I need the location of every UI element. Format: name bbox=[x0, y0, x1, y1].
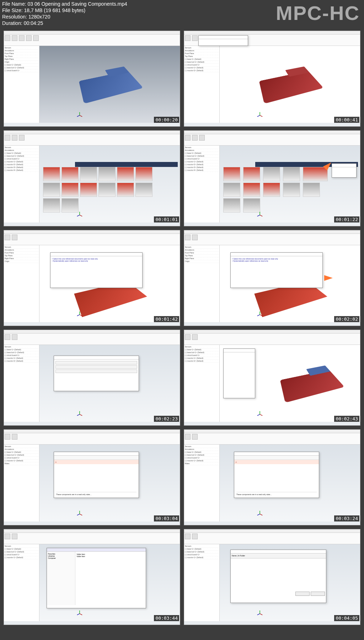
thumbnail[interactable]: Sensors(-) base<1> (Default)(-) base bot… bbox=[184, 529, 360, 625]
svg-line-8 bbox=[77, 215, 80, 216]
calculator-model bbox=[283, 367, 339, 399]
thumbnail[interactable]: SensorsAnnotationsFront PlaneTop PlaneRi… bbox=[4, 230, 180, 326]
thumbnail[interactable]: Sensors(-) base<1> (Default)(-) base bot… bbox=[4, 529, 180, 625]
ribbon-toolbar bbox=[4, 134, 180, 146]
window-titlebar bbox=[184, 230, 360, 234]
svg-line-17 bbox=[257, 315, 260, 316]
component-thumb bbox=[135, 167, 152, 181]
calculator-model bbox=[262, 68, 318, 100]
component-thumb bbox=[243, 198, 260, 213]
feature-tree: Sensors(-) base<1> (Default)(-) base bot… bbox=[184, 544, 220, 621]
component-thumb bbox=[263, 167, 280, 181]
viewport-3d bbox=[220, 146, 360, 222]
thumbnail[interactable]: SensorsAnnotations(-) base<1> (Default)(… bbox=[4, 429, 180, 525]
window-titlebar bbox=[4, 430, 180, 433]
timestamp: 00:00:20 bbox=[154, 117, 179, 123]
warning-dialog: • Option line one referenced documents o… bbox=[230, 252, 323, 288]
component-thumb bbox=[80, 167, 97, 181]
tool-icon bbox=[12, 35, 17, 41]
thumbnail[interactable]: SensorsAnnotations(-) base<1> (Default)(… bbox=[4, 130, 180, 226]
tool-icon bbox=[5, 135, 10, 141]
viewport-3d: • Option line one referenced documents o… bbox=[39, 245, 180, 322]
thumbnail[interactable]: Sensors(-) base<1> (Default)(-) base bot… bbox=[4, 330, 180, 426]
svg-line-1 bbox=[80, 115, 82, 117]
timestamp: 00:04:05 bbox=[334, 615, 359, 621]
component-thumb bbox=[283, 167, 300, 181]
thumbnail[interactable]: SensorsAnnotations(-) base<1> (Default)(… bbox=[184, 429, 360, 525]
svg-line-2 bbox=[77, 115, 80, 117]
feature-tree: SensorsAnnotations(-) base<1> (Default)(… bbox=[184, 445, 220, 521]
tool-icon bbox=[192, 135, 198, 141]
svg-line-14 bbox=[77, 315, 80, 316]
ribbon-toolbar bbox=[184, 433, 360, 445]
component-thumb bbox=[98, 183, 116, 197]
svg-line-11 bbox=[257, 215, 260, 216]
component-thumb bbox=[263, 183, 280, 197]
metadata-panel: File Name: 03 06 Opening and Saving Comp… bbox=[0, 0, 364, 27]
component-thumb bbox=[98, 167, 116, 181]
resolution-label: Resolution: bbox=[2, 14, 28, 20]
thumbnail[interactable]: SensorsAnnotationsFront PlaneTop PlaneRi… bbox=[184, 230, 360, 326]
svg-line-25 bbox=[80, 514, 82, 515]
tool-icon bbox=[5, 534, 10, 539]
component-thumb bbox=[135, 183, 152, 197]
axis-triad-icon bbox=[76, 212, 83, 218]
tool-icon bbox=[5, 35, 10, 41]
window-titlebar bbox=[4, 330, 180, 334]
viewport-3d: FavoritesLibrariesComputer folder itemfo… bbox=[39, 544, 180, 621]
component-thumb bbox=[117, 167, 134, 181]
feature-tree: SensorsAnnotationsFront PlaneTop PlaneRi… bbox=[4, 245, 39, 322]
viewport-3d: • Option line one referenced documents o… bbox=[220, 245, 360, 322]
component-grid bbox=[223, 167, 321, 213]
axis-triad-icon bbox=[257, 212, 263, 218]
window-titlebar bbox=[184, 330, 360, 334]
feature-tree: SensorsAnnotationsFront PlaneTop PlaneRi… bbox=[4, 46, 39, 123]
timestamp: 00:02:43 bbox=[334, 416, 359, 422]
feature-tree: SensorsAnnotations(-) base<1> (Default)(… bbox=[4, 146, 39, 222]
feature-tree: SensorsAnnotations(-) base<1> (Default)(… bbox=[4, 445, 39, 521]
tool-icon bbox=[185, 334, 191, 340]
tool-icon bbox=[192, 434, 198, 440]
timestamp: 00:00:41 bbox=[334, 117, 359, 123]
component-panel-header bbox=[75, 162, 178, 167]
viewport-3d bbox=[39, 46, 180, 123]
tool-icon bbox=[199, 135, 205, 141]
svg-line-19 bbox=[80, 414, 82, 416]
tool-icon bbox=[5, 235, 10, 240]
tool-icon bbox=[12, 434, 17, 440]
thumbnail[interactable]: SensorsAnnotationsFront PlaneTop PlaneRi… bbox=[4, 31, 180, 127]
tool-icon bbox=[12, 135, 17, 141]
component-thumb bbox=[80, 183, 97, 197]
thumbnail[interactable]: SensorsAnnotations(-) base<1> (Default)(… bbox=[184, 130, 360, 226]
component-thumb bbox=[61, 198, 79, 213]
component-thumb bbox=[243, 167, 260, 181]
thumbnail[interactable]: Sensors(-) base<1> (Default)(-) base bot… bbox=[184, 330, 360, 426]
axis-triad-icon bbox=[76, 112, 83, 119]
tool-icon bbox=[12, 334, 17, 340]
component-thumb bbox=[243, 183, 260, 197]
callout-arrow-icon bbox=[324, 275, 333, 281]
axis-triad-icon bbox=[257, 311, 263, 318]
tool-icon bbox=[192, 534, 198, 539]
axis-triad-icon bbox=[76, 610, 83, 617]
duration-label: Duration: bbox=[2, 20, 24, 26]
property-panel bbox=[223, 348, 255, 398]
ribbon-toolbar bbox=[4, 35, 180, 46]
svg-line-10 bbox=[260, 215, 262, 216]
file-size-label: File Size: bbox=[2, 7, 24, 13]
component-thumb bbox=[303, 183, 320, 197]
svg-line-4 bbox=[260, 115, 262, 117]
svg-line-23 bbox=[257, 414, 260, 416]
file-name-label: File Name: bbox=[2, 1, 28, 7]
calculator-model bbox=[81, 68, 138, 100]
tool-icon bbox=[12, 235, 17, 240]
tool-icon bbox=[192, 235, 198, 240]
svg-line-26 bbox=[77, 514, 80, 515]
app-watermark: MPC-HC bbox=[276, 1, 360, 25]
timestamp: 00:01:22 bbox=[334, 216, 359, 222]
viewport-3d bbox=[39, 345, 180, 422]
thumbnail[interactable]: SensorsAnnotationsFront PlaneTop Plane(-… bbox=[184, 31, 360, 127]
axis-triad-icon bbox=[257, 112, 263, 119]
duration: 00:04:25 bbox=[24, 20, 43, 26]
axis-triad-icon bbox=[257, 610, 263, 617]
